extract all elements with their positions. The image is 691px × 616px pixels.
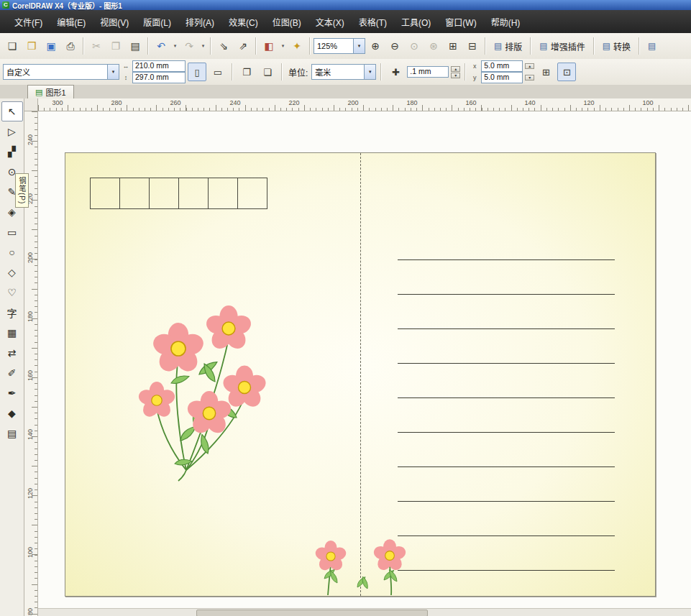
tool-tooltip: 钢笔(P)	[15, 173, 29, 208]
spin-up-icon[interactable]: ▴	[451, 66, 460, 72]
table-tool[interactable]: ▦	[1, 323, 23, 343]
rectangle-tool[interactable]: ▭	[1, 222, 23, 242]
zoom-page-width-button[interactable]: ⊟	[463, 37, 482, 55]
import-button[interactable]: ⇘	[214, 37, 233, 55]
spin-down-icon[interactable]: ▾	[525, 75, 534, 81]
tab-document-1[interactable]: ▤ 图形1	[27, 85, 74, 98]
all-pages-button[interactable]: ❐	[237, 63, 256, 81]
welcome-screen-button[interactable]: ✦	[288, 37, 306, 55]
zoom-in-button[interactable]: ⊕	[366, 37, 385, 55]
cut-button[interactable]: ✂	[87, 37, 106, 55]
redo-dropdown[interactable]: ▾	[199, 37, 207, 55]
menu-item-view[interactable]: 视图(V)	[93, 13, 136, 31]
redo-button[interactable]: ↷	[180, 37, 198, 55]
chevron-down-icon[interactable]: ▾	[353, 39, 365, 53]
ruler-h-label: 280	[111, 99, 122, 106]
paper-height-field[interactable]: 297.0 mm	[132, 72, 186, 83]
zoom-level-combo[interactable]: 125% ▾	[314, 38, 365, 54]
ruler-v-label: 80	[25, 607, 35, 616]
current-page-button[interactable]: ❏	[258, 63, 277, 81]
paste-button[interactable]: ▤	[126, 37, 145, 55]
paper-preset-combo[interactable]: 自定义 ▾	[3, 64, 119, 80]
menu-item-help[interactable]: 帮助(H)	[484, 13, 528, 31]
convert-button[interactable]: ▤ 转换	[598, 37, 636, 55]
fill-icon: ◆	[8, 408, 16, 419]
zoom-out-icon: ⊖	[390, 40, 399, 52]
interactive-fill-tool[interactable]: ▤	[1, 423, 23, 443]
ruler-v-label: 120	[25, 489, 35, 499]
plugins-button[interactable]: ▤ 增强插件	[534, 37, 590, 55]
undo-button[interactable]: ↶	[152, 37, 170, 55]
new-button[interactable]: ❏	[3, 37, 22, 55]
menu-item-layout[interactable]: 版面(L)	[136, 13, 178, 31]
zoom-actual-button[interactable]: ⊙	[405, 37, 424, 55]
units-combo[interactable]: 毫米 ▾	[311, 64, 376, 80]
options-button[interactable]: ⊡	[557, 63, 576, 81]
ruler-origin[interactable]	[24, 98, 38, 111]
ellipse-tool[interactable]: ○	[1, 242, 23, 262]
paper-width-field[interactable]: 210.0 mm	[132, 60, 186, 72]
menu-item-table[interactable]: 表格(T)	[352, 13, 394, 31]
duplicate-x-field[interactable]: 5.0 mm	[481, 60, 523, 72]
menu-item-arrange[interactable]: 排列(A)	[178, 13, 221, 31]
save-icon: ▣	[46, 40, 55, 52]
menu-item-edit[interactable]: 编辑(E)	[50, 13, 93, 31]
units-value: 毫米	[312, 66, 364, 78]
polygon-tool[interactable]: ◇	[1, 262, 23, 282]
print-button[interactable]: ⎙	[61, 37, 80, 55]
menu-item-text[interactable]: 文本(X)	[308, 13, 352, 31]
zoom-selected-button[interactable]: ⊛	[424, 37, 443, 55]
horizontal-scrollbar[interactable]	[38, 608, 691, 616]
eyedropper-tool[interactable]: ✐	[1, 363, 23, 383]
nudge-offset-field[interactable]: .1 mm	[407, 66, 449, 78]
outline-pen-tool[interactable]: ✒	[1, 383, 23, 403]
open-button[interactable]: ❒	[22, 37, 41, 55]
launcher-dropdown[interactable]: ▾	[279, 37, 287, 55]
undo-dropdown[interactable]: ▾	[171, 37, 179, 55]
nudge-offset-icon-button: ✚	[386, 63, 405, 81]
portrait-button[interactable]: ▯	[188, 63, 206, 81]
text-tool[interactable]: 字	[1, 303, 23, 323]
separator	[281, 63, 283, 81]
save-button[interactable]: ▣	[42, 37, 60, 55]
window-title: CorelDRAW X4（专业版）- 图形1	[12, 0, 122, 11]
scrollbar-thumb[interactable]	[196, 610, 428, 616]
chevron-down-icon[interactable]: ▾	[107, 65, 119, 79]
duplicate-x-spinner[interactable]: ▴	[525, 63, 534, 69]
nudge-spinner[interactable]: ▴ ▾	[451, 66, 460, 78]
fill-tool[interactable]: ◆	[1, 403, 23, 423]
drawing-canvas[interactable]	[38, 111, 691, 616]
copy-button[interactable]: ❐	[106, 37, 125, 55]
duplicate-y-field[interactable]: 5.0 mm	[481, 72, 523, 83]
portrait-icon: ▯	[194, 67, 199, 78]
snap-button[interactable]: ⊞	[536, 63, 555, 81]
zoom-out-button[interactable]: ⊖	[385, 37, 404, 55]
menu-item-tools[interactable]: 工具(O)	[394, 13, 438, 31]
polygon-icon: ◇	[8, 267, 16, 278]
pick-tool[interactable]: ↖	[1, 101, 23, 121]
chevron-down-icon[interactable]: ▾	[364, 65, 375, 79]
layout-button[interactable]: ▤ 排版	[489, 37, 527, 55]
menu-item-bitmaps[interactable]: 位图(B)	[265, 13, 308, 31]
shape-tool[interactable]: ▷	[1, 121, 23, 142]
crop-tool[interactable]: ▞	[1, 142, 23, 162]
menu-item-window[interactable]: 窗口(W)	[438, 13, 483, 31]
menu-item-effects[interactable]: 效果(C)	[221, 13, 265, 31]
basic-shapes-tool[interactable]: ♡	[1, 282, 23, 303]
spin-up-icon[interactable]: ▴	[525, 63, 534, 69]
nudge-icon: ✚	[392, 67, 400, 78]
ruler-v-label: 140	[25, 430, 35, 440]
spin-down-icon[interactable]: ▾	[451, 73, 460, 78]
zoom-in-icon: ⊕	[371, 40, 380, 52]
export-button[interactable]: ⇗	[234, 37, 252, 55]
postcard-page[interactable]	[65, 152, 656, 597]
landscape-button[interactable]: ▭	[209, 63, 227, 81]
duplicate-y-spinner[interactable]: ▾	[525, 75, 534, 81]
interactive-tool[interactable]: ⇄	[1, 343, 23, 363]
clipped-toolbar-button[interactable]: ▤	[643, 37, 661, 55]
separator	[639, 37, 640, 55]
welcome-icon: ✦	[293, 40, 301, 52]
zoom-page-button[interactable]: ⊞	[444, 37, 462, 55]
application-launcher-button[interactable]: ◧	[260, 37, 278, 55]
menu-item-file[interactable]: 文件(F)	[7, 13, 50, 31]
